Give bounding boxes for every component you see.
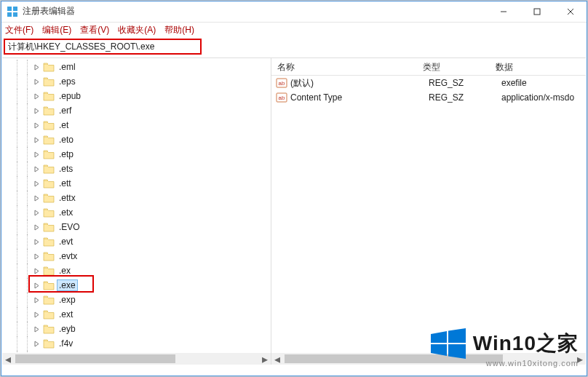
values-pane: 名称 类型 数据 ab(默认)REG_SZexefileabContent Ty… — [271, 58, 586, 365]
tree-item-et[interactable]: .et — [2, 118, 271, 132]
expand-icon[interactable] — [31, 253, 41, 260]
tree-item-ett[interactable]: .ett — [2, 176, 271, 191]
maximize-button[interactable] — [520, 1, 554, 23]
value-type: REG_SZ — [429, 78, 501, 88]
expand-icon[interactable] — [31, 151, 41, 158]
tree-item-epub[interactable]: .epub — [2, 89, 271, 103]
tree-item-label: .epub — [57, 91, 82, 101]
tree-item-label: .eps — [57, 76, 77, 87]
tree-item-eyb[interactable]: .eyb — [2, 322, 271, 336]
tree-item-eml[interactable]: .eml — [2, 60, 271, 74]
expand-icon[interactable] — [31, 108, 41, 114]
window-title: 注册表编辑器 — [23, 5, 75, 17]
tree-item-label: .f4v — [57, 338, 74, 349]
menu-help[interactable]: 帮助(H) — [164, 24, 194, 36]
tree-item-label: .et — [57, 120, 70, 130]
scroll-left-icon[interactable]: ◂ — [271, 353, 283, 365]
tree-item-ets[interactable]: .ets — [2, 162, 271, 176]
tree-item-erf[interactable]: .erf — [2, 103, 271, 118]
tree-item-label: .eyb — [57, 324, 77, 334]
value-row[interactable]: abContent TypeREG_SZapplication/x-msdo — [271, 90, 586, 105]
tree-item-label: .erf — [57, 106, 73, 116]
header-name[interactable]: 名称 — [271, 58, 417, 75]
header-data[interactable]: 数据 — [490, 58, 586, 75]
expand-icon[interactable] — [31, 282, 41, 289]
value-name: (默认) — [290, 77, 429, 90]
expand-icon[interactable] — [31, 268, 41, 274]
scroll-left-icon[interactable]: ◂ — [2, 353, 14, 365]
tree-item-label: .exe — [57, 280, 77, 290]
expand-icon[interactable] — [31, 64, 41, 71]
tree-item-etp[interactable]: .etp — [2, 147, 271, 162]
expand-icon[interactable] — [31, 297, 41, 303]
header-type[interactable]: 类型 — [417, 58, 490, 75]
app-icon — [7, 6, 18, 17]
scroll-thumb[interactable] — [15, 354, 175, 363]
tree-item-label: .EVO — [57, 222, 82, 232]
tree-item-eps[interactable]: .eps — [2, 74, 271, 89]
scroll-right-icon[interactable]: ▸ — [574, 353, 586, 365]
value-row[interactable]: ab(默认)REG_SZexefile — [271, 76, 586, 90]
tree-item-label: .evt — [57, 237, 74, 247]
scroll-track[interactable] — [283, 353, 574, 365]
tree-item-evt[interactable]: .evt — [2, 234, 271, 249]
address-bar[interactable]: 计算机\HKEY_CLASSES_ROOT\.exe — [4, 39, 202, 55]
value-data: application/x-msdo — [501, 92, 586, 103]
expand-icon[interactable] — [31, 166, 41, 172]
tree-item-label: .evtx — [57, 251, 79, 261]
minimize-button[interactable] — [487, 1, 520, 23]
values-list[interactable]: ab(默认)REG_SZexefileabContent TypeREG_SZa… — [271, 76, 586, 353]
tree-item-ext[interactable]: .ext — [2, 307, 271, 322]
close-button[interactable] — [554, 1, 587, 23]
tree-item-EVO[interactable]: .EVO — [2, 220, 271, 234]
expand-icon[interactable] — [31, 326, 41, 333]
tree-item-label: .eto — [57, 135, 75, 145]
value-type: REG_SZ — [429, 92, 501, 103]
tree-item-label: .etx — [57, 207, 74, 218]
tree-item-exp[interactable]: .exp — [2, 293, 271, 307]
expand-icon[interactable] — [31, 180, 41, 187]
values-horizontal-scrollbar[interactable]: ◂ ▸ — [271, 353, 586, 365]
svg-rect-1 — [13, 7, 17, 11]
expand-icon[interactable] — [31, 79, 41, 85]
svg-rect-3 — [13, 12, 17, 17]
tree-item-ex[interactable]: .ex — [2, 263, 271, 278]
expand-icon[interactable] — [31, 224, 41, 231]
tree-item-evtx[interactable]: .evtx — [2, 249, 271, 263]
tree-horizontal-scrollbar[interactable]: ◂ ▸ — [2, 353, 271, 365]
registry-tree[interactable]: .eml.eps.epub.erf.et.eto.etp.ets.ett.ett… — [2, 58, 271, 353]
menu-favorites[interactable]: 收藏夹(A) — [118, 24, 156, 36]
tree-item-f4v[interactable]: .f4v — [2, 336, 271, 351]
titlebar: 注册表编辑器 — [1, 1, 587, 23]
svg-rect-5 — [534, 9, 540, 15]
expand-icon[interactable] — [31, 210, 41, 216]
scroll-track[interactable] — [14, 353, 259, 365]
menubar: 文件(F) 编辑(E) 查看(V) 收藏夹(A) 帮助(H) — [1, 23, 587, 37]
tree-item-label: .ex — [57, 266, 72, 276]
menu-edit[interactable]: 编辑(E) — [42, 24, 71, 36]
menu-file[interactable]: 文件(F) — [5, 24, 33, 36]
expand-icon[interactable] — [31, 122, 41, 129]
tree-pane: .eml.eps.epub.erf.et.eto.etp.ets.ett.ett… — [2, 58, 271, 365]
address-path: 计算机\HKEY_CLASSES_ROOT\.exe — [8, 41, 154, 53]
expand-icon[interactable] — [31, 137, 41, 143]
tree-item-label: .eml — [57, 62, 77, 72]
expand-icon[interactable] — [31, 341, 41, 347]
tree-item-eto[interactable]: .eto — [2, 132, 271, 147]
tree-item-label: .exp — [57, 295, 77, 305]
expand-icon[interactable] — [31, 195, 41, 202]
expand-icon[interactable] — [31, 93, 41, 100]
value-data: exefile — [501, 78, 586, 88]
menu-view[interactable]: 查看(V) — [80, 24, 109, 36]
expand-icon[interactable] — [31, 239, 41, 245]
tree-item-label: .ets — [57, 164, 74, 174]
scroll-thumb[interactable] — [285, 354, 503, 363]
svg-text:ab: ab — [279, 80, 285, 87]
tree-item-exe[interactable]: .exe — [2, 278, 271, 293]
scroll-right-icon[interactable]: ▸ — [259, 353, 271, 365]
tree-item-etx[interactable]: .etx — [2, 205, 271, 220]
value-name: Content Type — [290, 92, 429, 103]
expand-icon[interactable] — [31, 311, 41, 318]
tree-item-label: .etp — [57, 149, 75, 159]
tree-item-ettx[interactable]: .ettx — [2, 191, 271, 205]
